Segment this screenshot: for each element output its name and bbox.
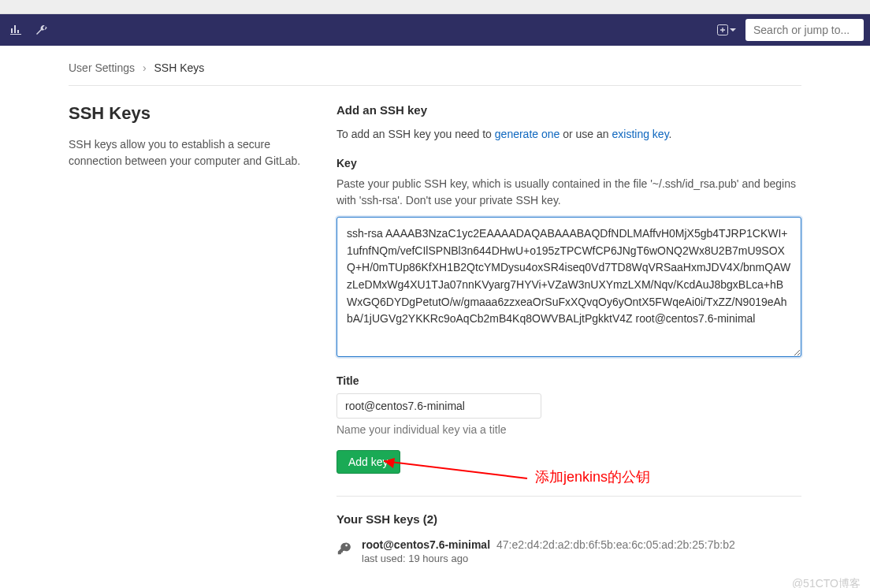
caret-down-icon xyxy=(730,27,736,33)
page-description: SSH keys allow you to establish a secure… xyxy=(69,136,305,169)
breadcrumb-separator: › xyxy=(143,61,147,74)
generate-one-link[interactable]: generate one xyxy=(495,128,560,140)
breadcrumb-user-settings[interactable]: User Settings xyxy=(69,61,135,74)
title-label: Title xyxy=(336,374,801,387)
wrench-icon[interactable] xyxy=(35,24,47,36)
top-navbar xyxy=(0,14,870,46)
help-text: or use an xyxy=(560,128,612,140)
key-icon xyxy=(336,541,351,556)
key-fingerprint: 47:e2:d4:2d:a2:db:6f:5b:ea:6c:05:ad:2b:2… xyxy=(496,538,735,551)
section-divider xyxy=(336,496,801,497)
key-name: root@centos7.6-minimal xyxy=(362,538,490,551)
search-input[interactable] xyxy=(745,19,864,41)
browser-chrome-strip xyxy=(0,0,870,14)
annotation-text: 添加jenkins的公钥 xyxy=(535,467,650,486)
your-keys-heading: Your SSH keys (2) xyxy=(336,512,801,526)
title-hint: Name your individual key via a title xyxy=(336,423,801,436)
help-text: To add an SSH key you need to xyxy=(336,128,495,140)
new-dropdown[interactable] xyxy=(717,24,736,35)
add-key-heading: Add an SSH key xyxy=(336,103,801,117)
plus-square-icon xyxy=(717,24,728,35)
key-hint: Paste your public SSH key, which is usua… xyxy=(336,176,801,209)
key-label: Key xyxy=(336,157,801,169)
watermark: @51CTO博客 xyxy=(792,577,861,588)
add-key-help: To add an SSH key you need to generate o… xyxy=(336,126,801,143)
page-title: SSH Keys xyxy=(69,103,305,124)
ssh-key-row[interactable]: root@centos7.6-minimal 47:e2:d4:2d:a2:db… xyxy=(336,538,801,564)
ssh-key-textarea[interactable] xyxy=(336,217,801,357)
key-last-used: last used: 19 hours ago xyxy=(362,553,735,564)
chart-icon[interactable] xyxy=(9,24,22,36)
title-input[interactable] xyxy=(336,393,541,419)
existing-key-link[interactable]: existing key xyxy=(612,128,669,140)
add-key-button[interactable]: Add key xyxy=(336,450,400,474)
svg-line-1 xyxy=(384,461,527,478)
help-text: . xyxy=(669,128,672,140)
breadcrumb: User Settings › SSH Keys xyxy=(69,58,801,86)
breadcrumb-ssh-keys[interactable]: SSH Keys xyxy=(154,61,205,74)
